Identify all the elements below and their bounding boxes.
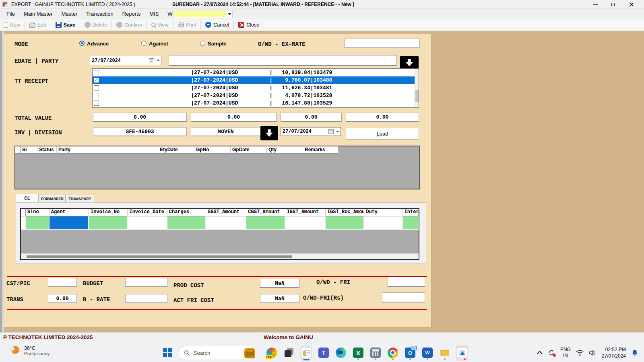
tt-receipt-row[interactable]: |27-07-2024|USD | 16,147.88|103529 [93, 99, 419, 107]
delete-button[interactable]: Delete [81, 20, 111, 30]
copilot-app[interactable]: PRE [266, 345, 278, 361]
menu-file[interactable]: File [2, 9, 19, 19]
inv-fetch-button[interactable] [260, 126, 278, 140]
task-view-button[interactable] [283, 345, 295, 361]
total-value-3-input[interactable]: 0.00 [281, 113, 342, 122]
owd-fri-input[interactable] [388, 277, 425, 287]
prod-cost-value[interactable]: NaN [260, 279, 299, 288]
material-grid[interactable]: Sl Status Party EtyDate GpNo GpDate Qty … [14, 146, 420, 189]
inv-date-picker[interactable]: 27/07/2024 [281, 127, 341, 136]
tab-forwarder[interactable]: FORWARDER [39, 195, 66, 203]
b-rate-input[interactable] [125, 294, 167, 303]
confirm-button[interactable]: Confirm [113, 20, 146, 30]
cst-pic-input[interactable] [48, 278, 77, 287]
restore-button[interactable] [606, 0, 620, 9]
agent-cell-selected[interactable] [50, 216, 89, 230]
radio-advance[interactable] [79, 41, 85, 46]
save-button[interactable]: Save [52, 20, 79, 30]
col-sl[interactable]: Sl [21, 146, 37, 154]
menu-reports[interactable]: Reports [118, 9, 145, 19]
party-fetch-button[interactable] [400, 56, 419, 69]
quick-search-combo[interactable] [173, 10, 233, 18]
charges-cell[interactable] [167, 216, 206, 230]
clock[interactable]: 02:52 PM 27/07/2024 [602, 346, 626, 359]
weather-widget[interactable]: 36°C Partly sunny [9, 345, 50, 356]
notifications-button[interactable] [631, 349, 638, 356]
charges-grid-hscrollbar[interactable] [21, 253, 419, 259]
col-gpdate[interactable]: GpDate [231, 146, 267, 154]
col-status[interactable]: Status [37, 146, 57, 154]
row-checkbox[interactable] [94, 101, 99, 106]
cancel-button[interactable]: Cancel [202, 20, 233, 30]
tt-receipt-row[interactable]: |27-07-2024|USD | 4,078.72|103528 [93, 92, 419, 99]
calculator-app[interactable] [369, 345, 382, 361]
search-box[interactable]: Search [178, 346, 258, 360]
edge-app[interactable] [335, 345, 347, 361]
close-button[interactable] [625, 0, 638, 9]
col-gpno[interactable]: GpNo [194, 146, 231, 154]
wifi-indicator[interactable] [576, 350, 584, 356]
minimize-button[interactable] [588, 0, 602, 9]
total-value-1-input[interactable]: 0.00 [93, 113, 187, 122]
radio-against[interactable] [141, 41, 147, 46]
col-sgst[interactable]: SGST_Amount [206, 209, 246, 216]
row-checkbox[interactable] [94, 93, 99, 98]
file-explorer-app[interactable] [439, 345, 451, 361]
tt-receipt-row[interactable]: |27-07-2024|USD | 11,626.34|103481 [93, 84, 419, 92]
word-app[interactable] [421, 345, 433, 361]
menu-transaction[interactable]: Transaction [82, 9, 118, 19]
invoice-date-cell[interactable] [128, 216, 167, 230]
tray-chevron-up[interactable] [539, 351, 543, 355]
tab-cl[interactable]: CL [16, 194, 39, 203]
col-qty[interactable]: Qty [267, 146, 303, 154]
budget-input[interactable] [125, 278, 167, 287]
row-checkbox[interactable] [94, 85, 99, 90]
tt-list-scrollbar[interactable] [415, 69, 419, 107]
inv-date-dropdown-button[interactable] [335, 128, 341, 136]
igst-roc-cell[interactable] [326, 216, 364, 230]
menu-main-master[interactable]: Main Master [19, 9, 57, 19]
volume-indicator[interactable] [589, 350, 597, 356]
col-igst-roc[interactable]: IGST_Roc_Amou [326, 209, 364, 216]
edit-button[interactable]: Edit [26, 20, 50, 30]
menu-master[interactable]: Master [57, 9, 82, 19]
sgst-cell[interactable] [206, 216, 246, 230]
col-duty[interactable]: Duty [364, 209, 402, 216]
cgst-cell[interactable] [246, 216, 285, 230]
col-invoice-date[interactable]: Invoice_Date [128, 209, 167, 216]
search-highlight-icon[interactable] [244, 348, 255, 358]
load-button[interactable]: Load [346, 128, 419, 140]
invoice-no-cell[interactable] [89, 216, 128, 230]
col-agent[interactable]: Agent [50, 209, 89, 216]
division-input[interactable]: WOVEN [191, 127, 261, 136]
charges-grid[interactable]: Slno Agent Invoice_No Invoice_Date Charg… [20, 208, 419, 260]
close-form-button[interactable]: Close [235, 20, 263, 30]
col-party[interactable]: Party [57, 146, 158, 154]
inter-cell[interactable] [403, 216, 419, 230]
col-inter[interactable]: Inter [403, 209, 419, 216]
edate-dropdown-button[interactable] [155, 56, 161, 65]
party-input[interactable] [169, 55, 397, 66]
total-value-2-input[interactable]: 0.00 [191, 113, 277, 122]
radio-sample[interactable] [200, 41, 205, 46]
col-charges[interactable]: Charges [167, 209, 206, 216]
owd-fri-rs-input[interactable] [382, 292, 425, 302]
trans-input[interactable]: 0.00 [48, 294, 77, 303]
chrome-app[interactable] [387, 345, 399, 361]
new-button[interactable]: New [0, 20, 24, 30]
radio-sample-label[interactable]: Sample [208, 41, 226, 47]
igst-cell[interactable] [285, 216, 326, 230]
print-button[interactable]: Print [174, 20, 200, 30]
excel-app[interactable] [352, 345, 364, 361]
radio-advance-label[interactable]: Advance [87, 41, 109, 47]
col-etydate[interactable]: EtyDate [158, 146, 194, 154]
col-cgst[interactable]: CGST_Amount [246, 209, 285, 216]
scrollbar-thumb[interactable] [415, 90, 419, 102]
tt-receipt-row[interactable]: |27-07-2024|USD | 10,839.84|103479 [93, 69, 419, 76]
menu-mis[interactable]: MIS [145, 9, 163, 19]
act-fri-cost-value[interactable]: NaN [260, 294, 299, 303]
erp-app-active[interactable] [300, 345, 312, 361]
col-remarks[interactable]: Remarks [303, 146, 338, 154]
photos-app-active[interactable] [456, 345, 468, 361]
row-header-cell[interactable] [21, 216, 26, 230]
